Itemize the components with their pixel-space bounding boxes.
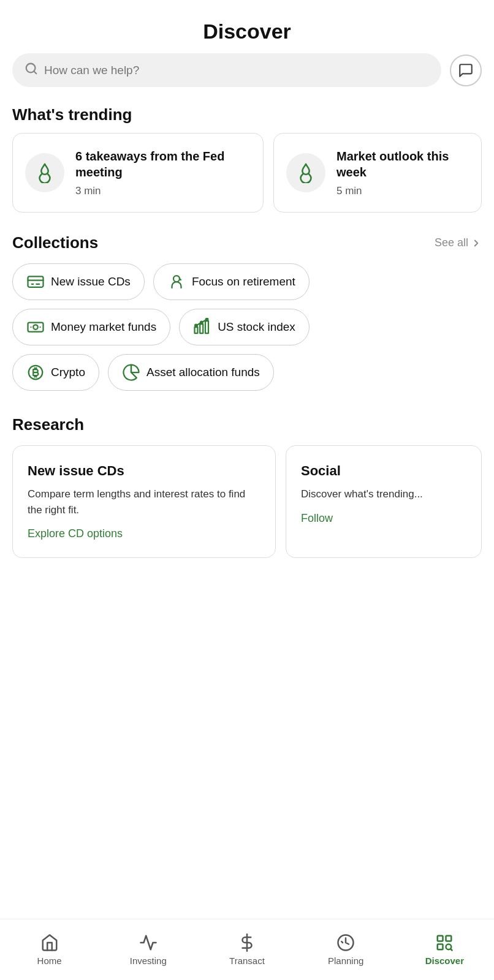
svg-point-4	[173, 276, 180, 282]
trending-card-duration-1: 3 min	[75, 185, 101, 197]
nav-transact[interactable]: Transact	[216, 929, 278, 971]
svg-rect-22	[438, 944, 443, 950]
collection-us-stock[interactable]: US stock index	[179, 309, 310, 345]
trending-scroll: 6 takeaways from the Fed meeting 3 min M…	[0, 133, 494, 227]
trending-card-duration-2: 5 min	[336, 185, 362, 197]
nav-investing[interactable]: Investing	[118, 929, 179, 971]
see-all-button[interactable]: See all	[435, 236, 482, 249]
trending-card-2[interactable]: Market outlook this week 5 min	[273, 133, 482, 213]
svg-rect-20	[438, 936, 443, 941]
research-card-link-1[interactable]: Explore CD options	[28, 527, 123, 540]
collection-label-5: Asset allocation funds	[146, 366, 260, 379]
svg-rect-9	[205, 321, 208, 333]
nav-home-label: Home	[37, 956, 62, 966]
research-card-desc-1: Compare term lengths and interest rates …	[28, 486, 260, 518]
svg-rect-5	[28, 323, 44, 332]
search-bar[interactable]	[12, 53, 441, 87]
research-section: Research New issue CDs Compare term leng…	[0, 397, 494, 558]
search-input[interactable]	[44, 64, 429, 77]
trending-card-icon-2	[286, 153, 325, 192]
bottom-nav: Home Investing Transact Planning Discove…	[0, 919, 494, 980]
nav-planning-label: Planning	[328, 956, 363, 966]
collection-new-issue-cds[interactable]: New issue CDs	[12, 263, 145, 300]
collection-label-0: New issue CDs	[51, 275, 131, 288]
trending-card-1[interactable]: 6 takeaways from the Fed meeting 3 min	[12, 133, 264, 213]
svg-line-1	[34, 71, 36, 74]
research-card-desc-2: Discover what's trending...	[301, 486, 466, 502]
nav-investing-label: Investing	[130, 956, 167, 966]
research-scroll: New issue CDs Compare term lengths and i…	[12, 445, 482, 558]
svg-rect-8	[200, 324, 203, 333]
collections-row-1: New issue CDs Focus on retirement	[12, 263, 482, 300]
research-card-2[interactable]: Social Discover what's trending... Follo…	[286, 445, 482, 558]
research-card-1[interactable]: New issue CDs Compare term lengths and i…	[12, 445, 276, 558]
see-all-label: See all	[435, 236, 468, 249]
trending-card-title-1: 6 takeaways from the Fed meeting	[75, 148, 251, 180]
trending-card-icon-1	[25, 153, 64, 192]
trending-card-title-2: Market outlook this week	[336, 148, 469, 180]
nav-planning[interactable]: Planning	[315, 929, 376, 971]
collection-crypto[interactable]: Crypto	[12, 354, 99, 391]
collection-label-1: Focus on retirement	[192, 275, 295, 288]
nav-transact-label: Transact	[229, 956, 265, 966]
research-title: Research	[12, 415, 482, 434]
collection-label-3: US stock index	[218, 320, 295, 334]
collections-row-2: Money market funds US stock index	[12, 309, 482, 345]
page-header: Discover	[0, 0, 494, 53]
svg-rect-7	[195, 327, 198, 333]
svg-rect-21	[446, 936, 452, 941]
collections-header: Collections See all	[0, 227, 494, 263]
nav-discover-label: Discover	[425, 956, 464, 966]
research-card-title-1: New issue CDs	[28, 463, 260, 479]
research-card-title-2: Social	[301, 463, 466, 479]
collections-grid: New issue CDs Focus on retirement Money	[0, 263, 494, 397]
collections-title: Collections	[12, 233, 98, 252]
svg-line-24	[450, 949, 452, 951]
collection-focus-retirement[interactable]: Focus on retirement	[153, 263, 310, 300]
collection-money-market[interactable]: Money market funds	[12, 309, 170, 345]
nav-discover[interactable]: Discover	[414, 929, 475, 971]
trending-card-content-2: Market outlook this week 5 min	[336, 148, 469, 197]
collection-label-4: Crypto	[51, 366, 85, 379]
svg-point-6	[33, 325, 38, 330]
chat-button[interactable]	[450, 55, 482, 86]
trending-card-content-1: 6 takeaways from the Fed meeting 3 min	[75, 148, 251, 197]
page-title: Discover	[12, 20, 482, 43]
nav-home[interactable]: Home	[19, 929, 80, 971]
research-card-link-2[interactable]: Follow	[301, 512, 333, 524]
collection-asset-allocation[interactable]: Asset allocation funds	[108, 354, 274, 391]
collection-label-2: Money market funds	[51, 320, 156, 334]
trending-title: What's trending	[0, 99, 494, 133]
search-icon	[25, 62, 38, 78]
collections-row-3: Crypto Asset allocation funds	[12, 354, 482, 391]
search-row	[0, 53, 494, 99]
svg-rect-2	[28, 276, 44, 287]
